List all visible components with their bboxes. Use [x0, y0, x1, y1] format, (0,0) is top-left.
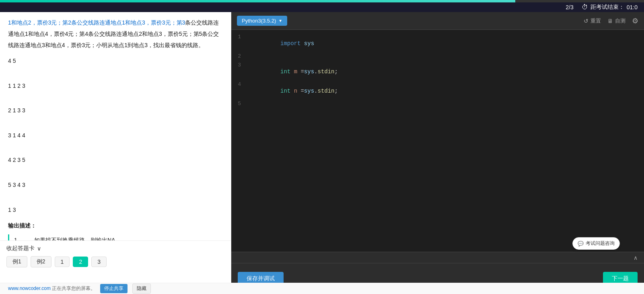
bottom-left: 收起答题卡 ∨ 例1 例2 1 2 3 — [0, 240, 231, 283]
collapse-label: 收起答题卡 — [6, 245, 35, 252]
token-int-2: int — [280, 88, 290, 94]
code-line-4: 4 int n =sys.stdin; — [231, 81, 644, 101]
tab-case2[interactable]: 2 — [73, 257, 88, 267]
input-line-empty3 — [8, 117, 223, 129]
code-line-3: 3 int m =sys.stdin; — [231, 62, 644, 81]
token-m: m — [294, 68, 297, 75]
self-test-label: 自测 — [615, 17, 625, 25]
problem-highlight1: 1和地点2，票价3元；第2条公交线路连通地点1和地点3，票价3元；第3 — [8, 19, 185, 26]
input-line-1: 4 5 — [8, 55, 223, 67]
reset-label: 重置 — [591, 17, 601, 25]
right-panel: Python3(3.5.2) ▼ ↺ 重置 🖥 自测 ⚙ 1 — [231, 12, 644, 294]
token-eq2: = — [297, 88, 304, 94]
top-bar-right: 2/3 ⏱ 距考试结束： 01:0 — [566, 4, 638, 11]
line-number-2: 2 — [234, 53, 247, 59]
share-bar: www.nowcoder.com 正在共享您的屏幕。 停止共享 隐藏 — [0, 283, 644, 294]
token-sys2: sys — [304, 68, 314, 75]
hide-button[interactable]: 隐藏 — [132, 284, 151, 294]
stop-share-button[interactable]: 停止共享 — [100, 284, 128, 293]
token-eq1: = — [297, 68, 304, 75]
timer-icon: ⏱ — [582, 4, 588, 11]
token-space1 — [300, 40, 304, 47]
input-line-empty4 — [8, 142, 223, 154]
token-n: n — [294, 88, 297, 94]
lang-chevron-icon: ▼ — [278, 19, 282, 23]
reset-btn[interactable]: ↺ 重置 — [584, 17, 601, 25]
token-sys3: sys — [304, 88, 314, 94]
token-stdin2: stdin — [317, 88, 334, 94]
code-line-1: 1 import sys — [231, 34, 644, 53]
share-link: www.nowcoder.com — [8, 286, 51, 291]
tab-example2[interactable]: 例2 — [31, 256, 51, 267]
line-number-3: 3 — [234, 62, 247, 68]
progress-bar-container — [0, 0, 644, 2]
code-content-4: int n =sys.stdin; — [247, 81, 338, 101]
toolbar-actions: ↺ 重置 🖥 自测 ⚙ — [584, 17, 638, 25]
top-bar: 2/3 ⏱ 距考试结束： 01:0 — [0, 0, 644, 12]
consult-btn[interactable]: 💬 考试问题咨询 — [572, 237, 620, 250]
input-line-empty5 — [8, 166, 223, 179]
editor-toolbar: Python3(3.5.2) ▼ ↺ 重置 🖥 自测 ⚙ — [231, 12, 644, 30]
token-space2 — [290, 68, 294, 75]
token-stdin1: stdin — [317, 68, 334, 75]
main-layout: 1和地点2，票价3元；第2条公交线路连通地点1和地点3，票价3元；第3条公交线路… — [0, 12, 644, 294]
collapse-btn[interactable]: 收起答题卡 ∨ — [6, 245, 224, 252]
tab-case1[interactable]: 1 — [55, 257, 70, 267]
progress-bar-fill — [0, 0, 515, 2]
line-number-5: 5 — [234, 101, 247, 107]
token-int-1: int — [280, 68, 290, 75]
output-list: 1. 如果找不到换乘线路，则输出NA 2. 如果找到最省钱换乘线路，则输出总花费 — [8, 234, 223, 240]
left-panel: 1和地点2，票价3元；第2条公交线路连通地点1和地点3，票价3元；第3条公交线路… — [0, 12, 231, 294]
output-section-title: 输出描述： — [8, 221, 223, 231]
tab-example1[interactable]: 例1 — [6, 256, 27, 267]
input-data: 4 5 1 1 2 3 2 1 3 3 3 1 4 4 4 2 3 5 5 3 … — [8, 55, 223, 216]
consult-label: 考试问题咨询 — [586, 240, 615, 247]
chat-icon: 💬 — [578, 241, 584, 246]
self-test-icon: 🖥 — [607, 18, 613, 24]
output-item-1: 1. 如果找不到换乘线路，则输出NA — [14, 234, 223, 240]
expand-icon[interactable]: ∧ — [634, 255, 638, 261]
language-selector[interactable]: Python3(3.5.2) ▼ — [237, 16, 287, 26]
reset-icon: ↺ — [584, 18, 588, 24]
input-line-empty2 — [8, 92, 223, 104]
line-number-4: 4 — [234, 81, 247, 87]
token-semi1: ; — [335, 68, 338, 75]
settings-icon[interactable]: ⚙ — [632, 17, 638, 25]
code-line-2: 2 — [231, 53, 644, 62]
timer: ⏱ 距考试结束： 01:0 — [582, 4, 638, 11]
input-line-6: 5 3 4 3 — [8, 179, 223, 191]
input-line-2: 1 1 2 3 — [8, 80, 223, 92]
problem-text: 1和地点2，票价3元；第2条公交线路连通地点1和地点3，票价3元；第3条公交线路… — [8, 17, 223, 51]
code-content-5 — [247, 101, 250, 107]
progress-text: 2/3 — [566, 4, 573, 10]
share-suffix: 正在共享您的屏幕。 — [52, 286, 95, 291]
self-test-btn[interactable]: 🖥 自测 — [607, 17, 625, 25]
token-space3 — [290, 88, 294, 94]
input-line-5: 4 2 3 5 — [8, 154, 223, 166]
timer-value: 01:0 — [627, 4, 638, 10]
share-text: www.nowcoder.com 正在共享您的屏幕。 — [8, 285, 95, 292]
code-line-5: 5 — [231, 101, 644, 110]
output-text-1: 如果找不到换乘线路，则输出NA — [34, 234, 115, 240]
code-editor[interactable]: 1 import sys 2 3 int m =sys.stdin; 4 — [231, 30, 644, 252]
left-content[interactable]: 1和地点2，票价3元；第2条公交线路连通地点1和地点3，票价3元；第3条公交线路… — [0, 12, 231, 240]
input-line-7: 1 3 — [8, 204, 223, 216]
token-sys: sys — [304, 40, 314, 47]
input-line-empty6 — [8, 191, 223, 204]
token-import: import — [280, 40, 300, 47]
language-label: Python3(3.5.2) — [242, 18, 276, 24]
tab-case3[interactable]: 3 — [91, 257, 107, 267]
tab-row: 例1 例2 1 2 3 — [6, 256, 224, 267]
code-content-1: import sys — [247, 34, 314, 53]
code-content-2 — [247, 53, 250, 60]
token-semi2: ; — [335, 88, 338, 94]
input-line-4: 3 1 4 4 — [8, 129, 223, 142]
input-line-3: 2 1 3 3 — [8, 104, 223, 117]
line-number-1: 1 — [234, 34, 247, 40]
output-num-1: 1. — [14, 234, 26, 240]
bottom-right-toolbar: ∧ — [231, 252, 644, 263]
collapse-chevron-icon: ∨ — [37, 245, 41, 252]
timer-label: 距考试结束： — [591, 4, 624, 11]
code-content-3: int m =sys.stdin; — [247, 62, 338, 81]
input-line-empty1 — [8, 67, 223, 80]
